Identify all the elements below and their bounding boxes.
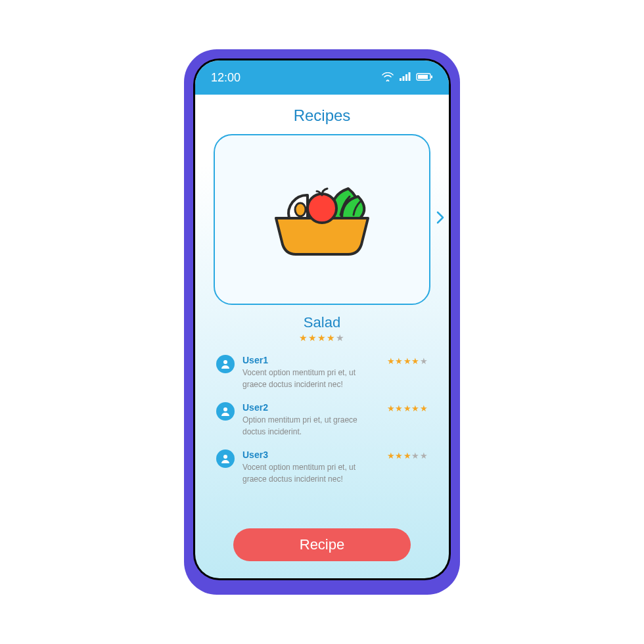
- wifi-icon: [382, 71, 394, 85]
- corner-decoration: [195, 547, 227, 578]
- svg-point-7: [308, 194, 336, 223]
- status-bar: 12:00: [195, 60, 449, 95]
- phone-frame: 12:00 Recipes: [184, 49, 460, 595]
- avatar-icon: [216, 355, 235, 373]
- review-item[interactable]: User3Vocent option mentitum pri et, ut g…: [216, 449, 428, 485]
- phone-bezel: 12:00 Recipes: [193, 58, 451, 580]
- review-text: Vocent option mentitum pri et, ut graece…: [242, 461, 374, 485]
- screen: 12:00 Recipes: [195, 60, 449, 578]
- svg-point-10: [223, 407, 227, 411]
- svg-point-8: [295, 203, 306, 216]
- next-arrow-icon[interactable]: [436, 210, 445, 229]
- svg-rect-1: [403, 76, 405, 81]
- salad-bowl-icon: [256, 169, 388, 270]
- svg-point-9: [223, 360, 227, 364]
- review-text: Option mentitum pri et, ut graece doctus…: [242, 414, 374, 438]
- page-title: Recipes: [195, 95, 449, 134]
- recipe-card[interactable]: [214, 134, 430, 305]
- battery-icon: [416, 71, 433, 85]
- avatar-icon: [216, 449, 235, 468]
- review-rating: ★★★★★: [387, 451, 428, 461]
- recipe-button[interactable]: Recipe: [233, 528, 411, 561]
- review-rating: ★★★★★: [387, 403, 428, 413]
- svg-rect-2: [405, 74, 407, 81]
- review-item[interactable]: User2Option mentitum pri et, ut graece d…: [216, 402, 428, 438]
- reviews-list: User1Vocent option mentitum pri et, ut g…: [195, 343, 449, 485]
- review-rating: ★★★★★: [387, 356, 428, 366]
- status-time: 12:00: [211, 71, 241, 85]
- svg-rect-6: [431, 76, 432, 78]
- recipe-card-area: [195, 134, 449, 305]
- signal-icon: [399, 71, 411, 85]
- status-icons: [382, 71, 433, 85]
- svg-rect-3: [409, 72, 411, 81]
- corner-decoration: [417, 547, 449, 578]
- dish-rating: ★★★★★: [195, 333, 449, 343]
- review-item[interactable]: User1Vocent option mentitum pri et, ut g…: [216, 355, 428, 390]
- svg-rect-5: [418, 75, 428, 79]
- dish-name: Salad: [195, 314, 449, 331]
- svg-point-11: [223, 455, 227, 459]
- avatar-icon: [216, 402, 235, 421]
- review-text: Vocent option mentitum pri et, ut graece…: [242, 367, 374, 390]
- svg-rect-0: [400, 78, 402, 81]
